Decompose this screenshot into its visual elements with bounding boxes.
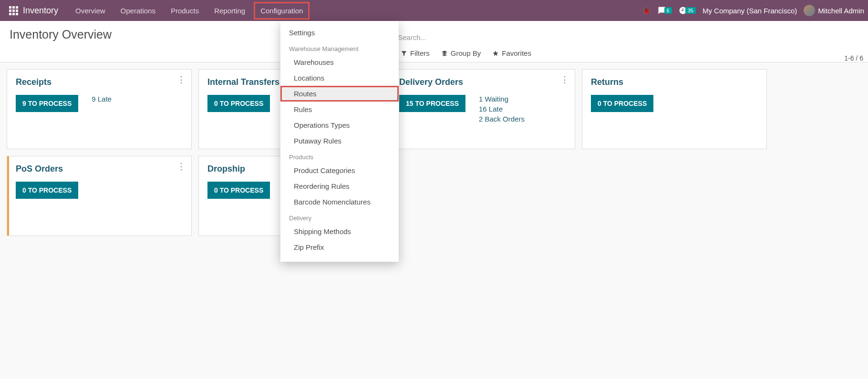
- menu-barcode-nomenclatures[interactable]: Barcode Nomenclatures: [280, 194, 399, 210]
- kanban-card[interactable]: ⋮PoS Orders0 TO PROCESS: [7, 156, 192, 236]
- menu-putaway-rules[interactable]: Putaway Rules: [280, 133, 399, 149]
- process-button[interactable]: 15 TO PROCESS: [399, 95, 465, 112]
- avatar: [804, 5, 815, 16]
- menu-operations-types[interactable]: Operations Types: [280, 117, 399, 133]
- activities-badge: 35: [685, 7, 696, 14]
- status-link[interactable]: 2 Back Orders: [479, 115, 525, 123]
- apps-icon[interactable]: [8, 5, 19, 16]
- process-button[interactable]: 0 TO PROCESS: [591, 95, 653, 112]
- status-link[interactable]: 9 Late: [92, 95, 112, 103]
- pager[interactable]: 1-6 / 6: [844, 54, 863, 62]
- search-input[interactable]: Search...: [398, 33, 426, 41]
- status-list: 1 Waiting16 Late2 Back Orders: [479, 95, 525, 123]
- status-link[interactable]: 16 Late: [479, 105, 525, 113]
- process-button[interactable]: 9 TO PROCESS: [16, 95, 78, 112]
- control-panel: Inventory Overview Search... Filters Gro…: [0, 21, 868, 62]
- process-button[interactable]: 0 TO PROCESS: [16, 182, 78, 199]
- configuration-dropdown: Settings Warehouse Management Warehouses…: [280, 21, 399, 262]
- nav-overview[interactable]: Overview: [69, 2, 112, 20]
- menu-rules[interactable]: Rules: [280, 102, 399, 117]
- app-title[interactable]: Inventory: [23, 6, 58, 16]
- kanban-card[interactable]: ⋮Receipts9 TO PROCESS9 Late: [7, 69, 192, 149]
- star-icon: [492, 50, 499, 57]
- status-link[interactable]: 1 Waiting: [479, 95, 525, 103]
- kanban-card[interactable]: ⋮Delivery Orders15 TO PROCESS1 Waiting16…: [390, 69, 575, 149]
- menu-locations[interactable]: Locations: [280, 70, 399, 86]
- card-title: Delivery Orders: [399, 77, 566, 87]
- status-list: 9 Late: [92, 95, 112, 103]
- kebab-icon[interactable]: ⋮: [177, 75, 186, 84]
- kebab-icon[interactable]: ⋮: [560, 75, 569, 84]
- menu-product-categories[interactable]: Product Categories: [280, 163, 399, 178]
- messages-badge: 6: [664, 7, 672, 14]
- company-selector[interactable]: My Company (San Francisco): [703, 7, 797, 15]
- card-title: Returns: [591, 77, 758, 87]
- user-menu[interactable]: Mitchell Admin: [804, 5, 864, 16]
- card-title: Receipts: [16, 77, 183, 87]
- top-navbar: Inventory Overview Operations Products R…: [0, 0, 868, 21]
- debug-icon[interactable]: 🐞: [642, 6, 651, 15]
- menu-header-products: Products: [280, 149, 399, 163]
- menu-header-warehouse: Warehouse Management: [280, 41, 399, 54]
- activities-icon[interactable]: 35: [679, 6, 696, 15]
- messages-icon[interactable]: 6: [658, 6, 672, 15]
- filters-button[interactable]: Filters: [401, 49, 430, 57]
- layers-icon: [441, 50, 448, 57]
- menu-warehouses[interactable]: Warehouses: [280, 54, 399, 70]
- menu-shipping-methods[interactable]: Shipping Methods: [280, 224, 399, 239]
- card-title: PoS Orders: [16, 164, 183, 174]
- groupby-button[interactable]: Group By: [441, 49, 481, 57]
- menu-zip-prefix[interactable]: Zip Prefix: [280, 239, 399, 255]
- nav-operations[interactable]: Operations: [114, 2, 162, 20]
- menu-settings[interactable]: Settings: [280, 25, 399, 41]
- kanban-card[interactable]: Returns0 TO PROCESS: [582, 69, 767, 149]
- user-name: Mitchell Admin: [818, 7, 864, 15]
- menu-routes[interactable]: Routes: [280, 86, 399, 102]
- kebab-icon[interactable]: ⋮: [177, 162, 186, 171]
- nav-products[interactable]: Products: [164, 2, 206, 20]
- nav-reporting[interactable]: Reporting: [207, 2, 252, 20]
- process-button[interactable]: 0 TO PROCESS: [207, 182, 270, 199]
- filter-icon: [401, 50, 407, 57]
- menu-header-delivery: Delivery: [280, 210, 399, 224]
- navbar-right: 🐞 6 35 My Company (San Francisco) Mitche…: [642, 5, 864, 16]
- kanban-board: ⋮Receipts9 TO PROCESS9 LateInternal Tran…: [0, 62, 868, 243]
- favorites-button[interactable]: Favorites: [492, 49, 531, 57]
- nav-configuration[interactable]: Configuration: [254, 2, 310, 20]
- page-title: Inventory Overview: [10, 28, 858, 41]
- process-button[interactable]: 0 TO PROCESS: [207, 95, 270, 112]
- menu-reordering-rules[interactable]: Reordering Rules: [280, 178, 399, 194]
